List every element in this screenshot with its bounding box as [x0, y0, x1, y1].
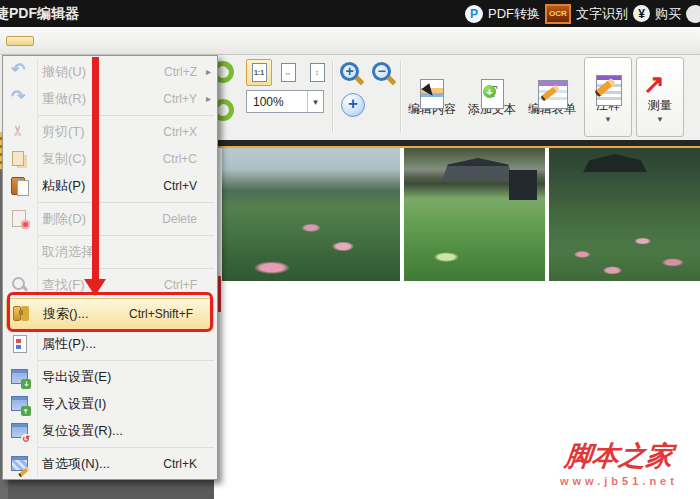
- menu-item-undo[interactable]: 撤销(U) Ctrl+Z ▸: [3, 58, 217, 85]
- menu-item-copy[interactable]: 复制(C) Ctrl+C: [3, 145, 217, 172]
- chevron-down-icon[interactable]: [307, 91, 323, 112]
- menu-document[interactable]: [68, 36, 96, 46]
- ocr-action[interactable]: OCR 文字识别: [545, 4, 628, 24]
- add-zoom-icon[interactable]: [341, 93, 365, 117]
- page-icon: ↕: [310, 63, 325, 82]
- menu-item-export-settings[interactable]: 导出设置(E): [3, 363, 217, 390]
- window-title: 捷PDF编辑器: [0, 5, 79, 23]
- toolbar-separator: [400, 61, 401, 133]
- menu-separator: [38, 115, 214, 116]
- zoom-level-value: 100%: [247, 95, 307, 109]
- redo-icon: [10, 89, 30, 109]
- menu-comment[interactable]: [99, 36, 127, 46]
- menu-item-preferences[interactable]: 首选项(N)... Ctrl+K: [3, 450, 217, 477]
- user-icon: [686, 5, 700, 23]
- menu-item-properties[interactable]: 属性(P)...: [3, 330, 217, 357]
- submenu-arrow-icon: ▸: [206, 93, 211, 104]
- annotation-arrow-head: [84, 279, 106, 296]
- menu-tools[interactable]: [192, 36, 220, 46]
- menu-edit[interactable]: [6, 36, 34, 46]
- fit-page-button[interactable]: ↕: [304, 59, 330, 86]
- menu-window[interactable]: [223, 36, 251, 46]
- menu-item-reset-settings[interactable]: 复位设置(R)...: [3, 417, 217, 444]
- toolbar-separator: [332, 61, 333, 133]
- delete-icon: [10, 209, 30, 229]
- buy-icon: ¥: [633, 5, 650, 22]
- annotation-arrow-line: [92, 57, 99, 279]
- user-account-action[interactable]: [686, 5, 700, 23]
- menu-separator: [38, 360, 214, 361]
- reset-settings-icon: [10, 421, 30, 441]
- menu-item-redo[interactable]: 重做(R) Ctrl+Y ▸: [3, 85, 217, 112]
- edit-form-button[interactable]: 编辑表单: [524, 57, 580, 137]
- paste-icon: [10, 176, 30, 196]
- menu-item-deselect[interactable]: 取消选择: [3, 238, 217, 265]
- watermark: 脚本之家 www.jb51.net: [560, 438, 678, 487]
- page-icon: 1:1: [252, 63, 267, 82]
- measure-button[interactable]: 测量 ▼: [636, 57, 684, 137]
- add-text-icon: T: [476, 78, 496, 98]
- menu-view[interactable]: [37, 36, 65, 46]
- menu-object[interactable]: [161, 36, 189, 46]
- title-bar: 捷PDF编辑器 P PDF转换 OCR 文字识别 ¥ 购买: [0, 0, 700, 27]
- titlebar-actions: P PDF转换 OCR 文字识别 ¥ 购买: [465, 0, 700, 27]
- edit-menu-dropdown: 撤销(U) Ctrl+Z ▸ 重做(R) Ctrl+Y ▸ 剪切(T) Ctrl…: [2, 55, 218, 480]
- pdf-convert-icon: P: [465, 5, 483, 23]
- menu-separator: [38, 268, 214, 269]
- menu-item-cut[interactable]: 剪切(T) Ctrl+X: [3, 118, 217, 145]
- menu-separator: [38, 447, 214, 448]
- menu-separator: [38, 202, 214, 203]
- menu-item-delete[interactable]: 删除(D) Delete: [3, 205, 217, 232]
- app-window: 捷PDF编辑器 P PDF转换 OCR 文字识别 ¥ 购买: [0, 0, 700, 499]
- measure-icon: [644, 74, 664, 94]
- preferences-icon: [10, 454, 30, 474]
- watermark-title: 脚本之家: [558, 438, 680, 474]
- page-icon: ↔: [281, 63, 296, 82]
- zoom-in-icon[interactable]: [340, 62, 359, 81]
- menu-separator: [38, 235, 214, 236]
- page-view-buttons: 1:1 ↔ ↕: [246, 59, 330, 86]
- properties-icon: [10, 334, 30, 354]
- annotate-button[interactable]: 注释 ▼: [584, 57, 632, 137]
- edit-content-icon: [416, 78, 436, 98]
- ocr-icon: OCR: [545, 4, 571, 24]
- menu-bar: [0, 27, 700, 55]
- actual-size-button[interactable]: 1:1: [246, 59, 272, 86]
- edit-content-button[interactable]: 编辑内容: [404, 57, 460, 137]
- zoom-out-icon[interactable]: [372, 62, 391, 81]
- pdf-convert-action[interactable]: P PDF转换: [465, 5, 540, 23]
- annotation-highlight-box: [7, 292, 213, 332]
- pdf-page: 脚本之家 www.jb51.net: [214, 148, 700, 499]
- chevron-down-icon: ▼: [656, 117, 664, 123]
- zoom-level-select[interactable]: 100%: [246, 90, 324, 113]
- undo-icon: [10, 62, 30, 82]
- menu-item-paste[interactable]: 粘贴(P) Ctrl+V: [3, 172, 217, 199]
- toolbar-big-buttons: 编辑内容 T 添加文本 编辑表单 注释: [404, 57, 684, 137]
- import-settings-icon: [10, 394, 30, 414]
- buy-action[interactable]: ¥ 购买: [633, 5, 681, 23]
- fit-width-button[interactable]: ↔: [275, 59, 301, 86]
- submenu-arrow-icon: ▸: [206, 66, 211, 77]
- menu-form[interactable]: [130, 36, 158, 46]
- edit-form-icon: [536, 78, 556, 98]
- watermark-url: www.jb51.net: [560, 475, 678, 487]
- annotate-icon: [592, 74, 612, 94]
- add-text-button[interactable]: T 添加文本: [464, 57, 520, 137]
- copy-icon: [10, 149, 30, 169]
- menu-item-import-settings[interactable]: 导入设置(I): [3, 390, 217, 417]
- chevron-down-icon: ▼: [604, 117, 612, 123]
- export-settings-icon: [10, 367, 30, 387]
- cut-icon: [10, 122, 30, 142]
